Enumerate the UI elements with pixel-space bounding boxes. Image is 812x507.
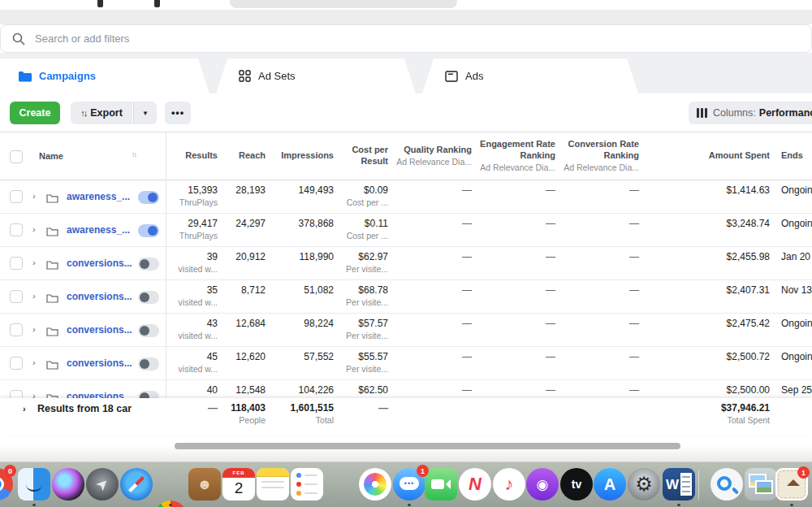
expand-chevron-icon[interactable]: › xyxy=(32,358,36,367)
row-checkbox[interactable] xyxy=(10,323,23,336)
apple-tv-icon[interactable]: tv xyxy=(560,468,593,500)
word-icon[interactable]: W xyxy=(663,468,695,500)
cell-quality: — xyxy=(391,351,472,364)
tab-campaigns[interactable]: Campaigns xyxy=(0,58,209,93)
row-checkbox[interactable] xyxy=(10,223,23,236)
finder-icon[interactable] xyxy=(18,468,50,500)
cell-amount-spent: $3,248.74 xyxy=(680,218,770,231)
campaign-name-link[interactable]: conversions... xyxy=(67,291,132,302)
columns-button[interactable]: Columns: Performance xyxy=(689,102,812,124)
header-results[interactable]: Results xyxy=(145,132,218,180)
reminders-icon[interactable] xyxy=(291,468,323,500)
filter-bar[interactable]: Search or add filters xyxy=(0,24,812,53)
expand-chevron-icon[interactable]: › xyxy=(32,324,36,334)
notes-icon[interactable] xyxy=(257,468,289,500)
summary-amount-spent: $37,946.21Total Spent xyxy=(680,402,770,426)
calendar-icon[interactable]: FEB 2 xyxy=(222,468,255,500)
header-name[interactable]: Name xyxy=(39,132,63,180)
campaign-row: › conversions... 35visited w... 8,712 51… xyxy=(0,280,812,314)
cell-impressions: 51,082 xyxy=(269,284,334,297)
notification-badge: 1 xyxy=(797,466,810,479)
filter-placeholder: Search or add filters xyxy=(35,32,129,45)
launchpad-rocket-icon[interactable]: ➤ xyxy=(86,468,119,500)
header-ends[interactable]: Ends xyxy=(781,132,812,180)
dock-divider xyxy=(698,470,699,500)
messages-icon[interactable]: ••• 1 xyxy=(393,468,425,500)
music-icon[interactable]: ♪ xyxy=(493,468,525,500)
cell-impressions: 98,224 xyxy=(269,318,334,331)
horizontal-scrollbar[interactable] xyxy=(175,443,680,449)
sort-icon[interactable]: ↑↓ xyxy=(132,150,136,158)
chrome-partial-icon[interactable]: 0 xyxy=(0,468,13,500)
cell-ends: Ongoing xyxy=(781,351,812,364)
cell-reach: 28,193 xyxy=(221,184,266,197)
campaign-name-link[interactable]: conversions... xyxy=(67,258,132,269)
cell-impressions: 57,552 xyxy=(269,351,334,364)
contacts-icon[interactable]: ☻ xyxy=(188,468,221,500)
pictures-icon[interactable] xyxy=(745,468,777,500)
columns-prefix: Columns: xyxy=(713,107,756,119)
expand-chevron-icon[interactable]: › xyxy=(32,224,36,234)
create-button[interactable]: Create xyxy=(10,102,60,124)
expand-chevron-icon[interactable]: › xyxy=(32,191,36,201)
export-dropdown-button[interactable]: ▼ xyxy=(133,102,157,124)
campaign-name-link[interactable]: awareness_... xyxy=(67,191,130,202)
cell-quality: — xyxy=(391,284,472,297)
row-checkbox[interactable] xyxy=(10,190,23,203)
tab-ads-label: Ads xyxy=(465,70,483,82)
cell-cost: $62.97Per visite... xyxy=(339,251,388,275)
columns-value: Performance xyxy=(759,107,812,119)
folder-icon xyxy=(46,258,58,273)
facetime-icon[interactable] xyxy=(425,468,457,500)
safari-icon[interactable] xyxy=(120,468,153,500)
expand-chevron-icon[interactable]: › xyxy=(32,258,36,267)
tab-ads[interactable]: Ads xyxy=(422,58,638,93)
partial-address-field[interactable] xyxy=(230,0,457,8)
table-header: Name ↑↓ Results Reach Impressions Cost p… xyxy=(0,132,812,180)
podcasts-icon[interactable]: ◉ xyxy=(526,468,559,500)
cell-amount-spent: $2,500.72 xyxy=(680,351,770,364)
export-button[interactable]: ↑↓ Export xyxy=(71,102,132,124)
app-store-icon[interactable]: A xyxy=(594,468,626,500)
cell-reach: 8,712 xyxy=(221,284,266,297)
row-checkbox[interactable] xyxy=(10,290,23,303)
summary-chevron-icon[interactable]: › xyxy=(23,404,26,414)
header-reach[interactable]: Reach xyxy=(221,132,266,180)
cell-engagement: — xyxy=(476,218,555,231)
row-checkbox[interactable] xyxy=(10,357,23,370)
campaign-name-link[interactable]: conversions... xyxy=(67,358,132,369)
cell-conversion: — xyxy=(558,218,639,231)
cell-quality: — xyxy=(391,251,472,264)
tab-ad-sets[interactable]: Ad Sets xyxy=(216,58,416,93)
photos-icon[interactable] xyxy=(359,468,391,500)
cell-ends: Ongoing xyxy=(781,318,812,331)
header-cost-per-result[interactable]: Cost per Result xyxy=(339,132,388,180)
header-engagement-ranking[interactable]: Engagement Rate RankingAd Relevance Dia.… xyxy=(476,132,555,180)
campaign-row: › awareness_... 29,417ThruPlays 24,297 3… xyxy=(0,214,812,247)
page-background-strip xyxy=(0,10,812,24)
cell-ends: Ongoing xyxy=(781,218,812,231)
header-quality-ranking[interactable]: Quality RankingAd Relevance Dia... xyxy=(391,132,472,180)
expand-chevron-icon[interactable]: › xyxy=(32,291,36,301)
preview-icon[interactable] xyxy=(710,468,743,500)
cell-conversion: — xyxy=(558,384,639,397)
mail-icon[interactable]: 1 xyxy=(775,468,808,500)
header-conversion-ranking[interactable]: Conversion Rate RankingAd Relevance Dia.… xyxy=(558,132,639,180)
campaign-name-link[interactable]: awareness_... xyxy=(67,224,130,236)
row-checkbox[interactable] xyxy=(10,257,23,270)
more-options-button[interactable]: ••• xyxy=(165,102,191,124)
select-all-checkbox[interactable] xyxy=(10,150,23,163)
system-preferences-icon[interactable]: ⚙ xyxy=(628,468,660,500)
macos-dock: 0 ➤ ☻ FEB 2 ••• 1 N ♪ ◉ tv A ⚙ W xyxy=(0,462,812,507)
partial-toolbar-icon xyxy=(154,0,160,7)
cell-conversion: — xyxy=(558,284,639,297)
header-amount-spent[interactable]: Amount Spent xyxy=(680,132,770,180)
header-impressions[interactable]: Impressions xyxy=(269,132,334,180)
cell-reach: 20,912 xyxy=(221,251,266,264)
campaign-name-link[interactable]: conversions... xyxy=(67,324,132,336)
cell-results: 35visited w... xyxy=(145,284,218,308)
cell-engagement: — xyxy=(476,184,555,197)
news-icon[interactable]: N xyxy=(459,468,491,500)
cell-conversion: — xyxy=(558,351,639,364)
cell-cost: $0.09Cost per ... xyxy=(339,184,388,208)
